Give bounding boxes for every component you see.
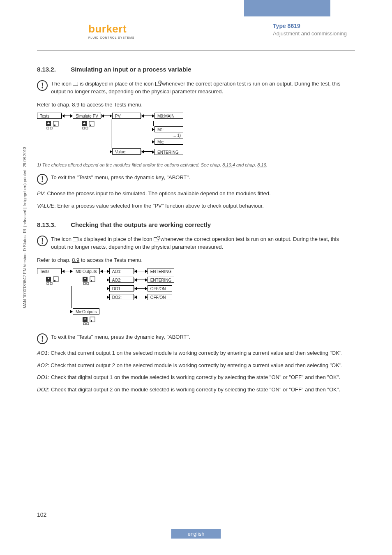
node-m0: M0:MAIN — [154, 113, 183, 119]
footnote: 1) The choices offered depend on the mod… — [37, 162, 355, 167]
top-band — [0, 0, 392, 16]
svg-rect-27 — [87, 323, 89, 325]
svg-rect-14 — [47, 282, 49, 284]
heading-number: 8.13.2. — [37, 66, 69, 73]
node-dots: ... 1) — [152, 132, 183, 139]
output-test-icon — [154, 237, 159, 241]
warning-text: The icon is displayed in place of the ic… — [51, 236, 355, 251]
warning-text: The icon is displayed in place of the ic… — [51, 80, 355, 96]
output-icon — [73, 82, 78, 86]
nav-icons — [82, 316, 100, 326]
do2-desc: DO2: Check that digital output 2 on the … — [37, 386, 355, 394]
value-desc: VALUE: Enter a process value selected fr… — [37, 202, 355, 210]
warning-block: ! The icon is displayed in place of the … — [37, 80, 355, 96]
svg-rect-16 — [53, 277, 58, 282]
node-tests: Tests — [37, 268, 62, 274]
chap-link[interactable]: 8.9 — [72, 102, 79, 108]
svg-rect-5 — [54, 125, 55, 126]
ref-line: Refer to chap. 8.9 to access the Tests m… — [37, 101, 355, 109]
heading-text: Simulating an input or a process variabl… — [71, 66, 191, 73]
warning-icon: ! — [37, 236, 48, 246]
node-ao2: AO2: — [109, 277, 134, 283]
node-do2: DO2: — [109, 294, 134, 300]
node-offon: OFF/ON — [148, 294, 172, 300]
output-icon — [73, 237, 78, 241]
pv-desc: PV: Choose the process input to be simul… — [37, 190, 355, 198]
svg-rect-10 — [89, 121, 94, 126]
svg-rect-20 — [83, 282, 85, 284]
node-tests: Tests — [37, 113, 62, 119]
warning-icon: ! — [37, 174, 48, 185]
svg-rect-17 — [54, 280, 55, 282]
header-divider — [37, 50, 355, 51]
ref-line: Refer to chap. 8.9 to access the Tests m… — [37, 256, 355, 264]
chap-link[interactable]: 8.10.4 — [222, 162, 235, 167]
svg-rect-23 — [91, 280, 92, 282]
svg-rect-9 — [86, 127, 88, 129]
sidebar-meta: MAN 1000139642 EN Version: D Status: RL … — [23, 147, 27, 308]
node-entering: ENTERING — [148, 268, 175, 274]
heading-8-13-2: 8.13.2. Simulating an input or a process… — [37, 66, 355, 73]
svg-rect-2 — [47, 127, 49, 129]
node-ao1: AO1: — [109, 268, 134, 274]
node-entering: ENTERING — [154, 149, 183, 155]
logo-wordmark: burkert — [88, 23, 135, 35]
heading-text: Checking that the outputs are working co… — [71, 221, 211, 228]
info-text: To exit the "Tests" menu, press the dyna… — [51, 333, 355, 341]
main-content: 8.13.2. Simulating an input or a process… — [37, 66, 355, 398]
svg-rect-22 — [90, 277, 95, 282]
language-label: english — [171, 529, 221, 539]
warning-icon: ! — [37, 80, 48, 91]
logo-tagline: FLUID CONTROL SYSTEMS — [88, 36, 135, 39]
section-label: Adjustment and commissioning — [273, 30, 347, 37]
header-accent — [244, 0, 330, 16]
info-block: ! To exit the "Tests" menu, press the dy… — [37, 174, 355, 185]
nav-icons — [81, 120, 101, 130]
svg-rect-4 — [53, 121, 58, 126]
flow-diagram-1: Tests Simulate PV PV: Value: — [37, 113, 355, 155]
warning-icon: ! — [37, 333, 48, 344]
warning-block: ! The icon is displayed in place of the … — [37, 236, 355, 251]
svg-rect-15 — [50, 282, 52, 284]
info-block: ! To exit the "Tests" menu, press the dy… — [37, 333, 355, 344]
svg-rect-8 — [83, 127, 85, 129]
do1-desc: DO1: Check that digital output 1 on the … — [37, 373, 355, 382]
nav-icons — [45, 120, 62, 130]
svg-rect-3 — [50, 127, 52, 129]
chap-link[interactable]: 8.9 — [72, 257, 79, 263]
type-label: Type 8619 — [273, 23, 347, 29]
svg-rect-21 — [87, 282, 89, 284]
flow-diagram-2: Tests M0:Outputs Mx:Outputs — [37, 268, 355, 326]
heading-8-13-3: 8.13.3. Checking that the outputs are wo… — [37, 221, 355, 228]
header-row: burkert FLUID CONTROL SYSTEMS Type 8619 … — [0, 23, 392, 45]
page-number: 102 — [37, 511, 46, 518]
node-value: Value: — [112, 148, 141, 155]
node-do1: DO1: — [109, 285, 134, 291]
svg-rect-28 — [90, 317, 95, 322]
nav-icons — [82, 276, 100, 286]
logo: burkert FLUID CONTROL SYSTEMS — [88, 23, 135, 39]
svg-rect-29 — [91, 320, 92, 322]
heading-number: 8.13.3. — [37, 221, 69, 228]
node-simulate-pv: Simulate PV — [73, 113, 101, 119]
node-m0-outputs: M0:Outputs — [73, 268, 100, 274]
output-test-icon — [155, 82, 161, 86]
svg-rect-26 — [83, 323, 85, 325]
node-offon: OFF/ON — [148, 285, 172, 291]
doc-title: Type 8619 Adjustment and commissioning — [273, 23, 347, 37]
node-m1: M1: — [154, 126, 183, 132]
node-pv: PV: — [112, 113, 141, 119]
svg-rect-11 — [90, 125, 91, 126]
ao2-desc: AO2: Check that current output 2 on the … — [37, 361, 355, 370]
info-text: To exit the "Tests" menu, press the dyna… — [51, 174, 355, 182]
ao1-desc: AO1: Check that current output 1 on the … — [37, 349, 355, 357]
chap-link[interactable]: 8.16 — [257, 162, 266, 167]
node-entering: ENTERING — [148, 277, 175, 283]
node-mx-outputs: Mx:Outputs — [73, 308, 99, 314]
node-mx: Mx: — [154, 139, 183, 145]
nav-icons — [45, 276, 62, 286]
